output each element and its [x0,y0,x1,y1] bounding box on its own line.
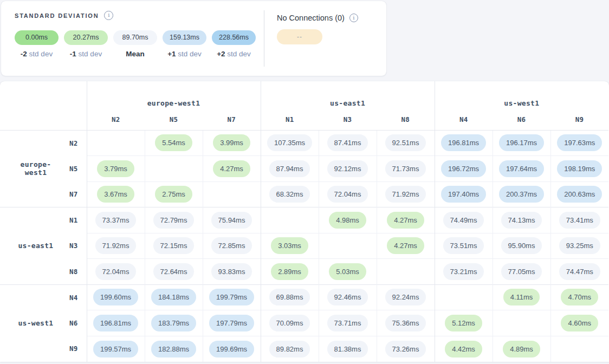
latency-cell: 3.99ms [203,130,261,156]
latency-cell: 196.81ms [435,130,493,156]
latency-pill[interactable]: 71.92ms [385,186,426,203]
latency-pill[interactable]: 199.60ms [93,289,138,306]
latency-pill[interactable]: 3.79ms [97,160,134,177]
latency-pill[interactable]: 4.27ms [387,237,424,254]
latency-pill[interactable]: 184.18ms [151,289,196,306]
latency-pill[interactable]: 183.79ms [151,315,196,332]
latency-pill[interactable]: 92.24ms [385,289,426,306]
latency-pill[interactable]: 5.03ms [329,263,366,280]
latency-pill[interactable]: 196.72ms [441,160,486,177]
latency-pill[interactable]: 200.63ms [557,186,602,203]
latency-pill[interactable]: 87.41ms [327,134,368,151]
latency-cell: 92.24ms [377,284,435,310]
latency-cell: 89.82ms [261,336,319,362]
latency-pill[interactable]: 77.05ms [501,263,542,280]
latency-pill[interactable]: 68.32ms [269,186,310,203]
latency-cell: 4.89ms [493,336,550,362]
latency-pill[interactable]: 197.40ms [441,186,486,203]
latency-pill[interactable]: 93.25ms [559,237,600,254]
latency-pill[interactable]: 92.46ms [327,289,368,306]
latency-pill[interactable]: 2.89ms [271,263,308,280]
latency-pill[interactable]: 73.26ms [385,341,426,358]
latency-pill[interactable]: 3.99ms [213,134,250,151]
latency-pill[interactable]: 93.83ms [211,263,252,280]
latency-pill[interactable]: 197.64ms [499,160,544,177]
latency-pill[interactable]: 75.36ms [385,315,426,332]
latency-pill[interactable]: 75.94ms [211,212,252,229]
latency-pill[interactable]: 4.42ms [445,341,482,358]
latency-pill[interactable]: 72.64ms [153,263,195,280]
latency-pill[interactable]: 72.15ms [153,237,195,254]
latency-cell: 4.98ms [319,207,377,233]
latency-cell: 87.94ms [261,156,319,182]
latency-pill[interactable]: 72.04ms [327,186,368,203]
info-icon[interactable]: i [349,14,358,22]
latency-pill[interactable]: 87.94ms [269,160,310,177]
latency-pill[interactable]: 196.17ms [499,134,544,151]
matrix-header-region-row: europe-west1us-east1us-west1 [0,81,608,109]
latency-pill[interactable]: 74.13ms [501,212,542,229]
latency-pill[interactable]: 4.70ms [561,289,598,306]
latency-cell [377,259,435,285]
latency-pill[interactable]: 73.21ms [443,263,484,280]
latency-pill[interactable]: 5.54ms [155,134,192,151]
latency-pill[interactable]: 70.09ms [269,315,310,332]
latency-pill[interactable]: 69.88ms [269,289,310,306]
latency-cell: 87.41ms [319,130,377,156]
latency-pill[interactable]: 89.82ms [269,341,310,358]
latency-pill[interactable]: 74.47ms [559,263,600,280]
latency-cell: 183.79ms [145,310,203,336]
latency-pill[interactable]: 4.27ms [387,212,424,229]
latency-pill[interactable]: 107.35ms [267,134,312,151]
column-node-label: N7 [203,109,261,130]
latency-pill[interactable]: 92.12ms [327,160,368,177]
latency-pill[interactable]: 4.11ms [503,289,540,306]
latency-pill[interactable]: 72.04ms [95,263,137,280]
latency-pill[interactable]: 196.81ms [93,315,138,332]
latency-pill[interactable]: 74.49ms [443,212,484,229]
latency-pill[interactable]: 199.69ms [209,341,254,358]
matrix-corner [0,109,87,130]
latency-pill[interactable]: 71.92ms [95,237,137,254]
column-region-label: us-west1 [435,81,608,109]
legend-scale-num: -1 [70,50,76,58]
latency-pill[interactable]: 73.51ms [443,237,484,254]
latency-cell: 72.04ms [87,259,145,285]
latency-pill[interactable]: 198.19ms [557,160,602,177]
latency-pill[interactable]: 3.67ms [97,186,134,203]
latency-pill[interactable]: 4.60ms [561,315,598,332]
latency-pill[interactable]: 73.71ms [327,315,368,332]
latency-pill[interactable]: 182.88ms [151,341,196,358]
latency-pill[interactable]: 92.51ms [385,134,426,151]
latency-pill[interactable]: 72.85ms [211,237,252,254]
latency-pill[interactable]: 3.03ms [271,237,308,254]
column-node-label: N4 [435,109,493,130]
latency-pill[interactable]: 73.37ms [95,212,137,229]
latency-pill[interactable]: 2.75ms [155,186,192,203]
latency-cell: 71.92ms [87,233,145,259]
latency-pill[interactable]: 196.81ms [441,134,486,151]
latency-pill[interactable]: 199.79ms [209,289,254,306]
latency-cell: 92.46ms [319,284,377,310]
latency-pill[interactable]: 4.98ms [329,212,366,229]
latency-pill[interactable]: 71.73ms [385,160,426,177]
latency-pill[interactable]: 197.63ms [557,134,602,151]
legend-scale-num: Mean [126,50,145,58]
info-icon[interactable]: i [104,11,113,20]
matrix-header-node-row: N2N5N7N1N3N8N4N6N9 [0,109,608,130]
latency-pill[interactable]: 81.38ms [327,341,368,358]
latency-pill[interactable]: 200.37ms [499,186,544,203]
latency-pill[interactable]: 4.89ms [503,341,540,358]
latency-pill[interactable]: 199.57ms [93,341,138,358]
latency-cell: 73.41ms [550,207,608,233]
column-node-label: N2 [87,109,145,130]
latency-pill[interactable]: 73.41ms [559,212,600,229]
latency-pill[interactable]: 95.90ms [501,237,542,254]
row-region-label: us-west1 [0,284,61,362]
latency-pill[interactable]: 4.27ms [213,160,250,177]
latency-pill[interactable]: 72.79ms [153,212,195,229]
latency-pill[interactable]: 5.12ms [445,315,482,332]
latency-cell: 73.21ms [435,259,493,285]
latency-cell [261,207,319,233]
latency-pill[interactable]: 197.79ms [209,315,254,332]
